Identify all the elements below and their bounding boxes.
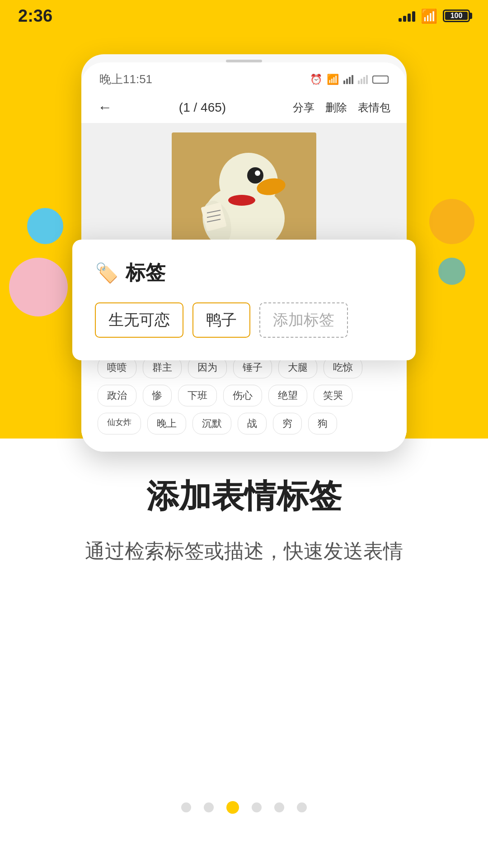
opt-tag-15[interactable]: 沉默 [192,413,231,434]
phone-status-icons: ⏰ 📶 [310,74,389,85]
dot-2[interactable] [204,802,214,812]
deco-circle-orange [429,199,474,244]
opt-tag-16[interactable]: 战 [238,413,267,434]
dot-6[interactable] [297,802,307,812]
phone-optional-row-3: 仙女炸 晚上 沉默 战 穷 狗 [98,413,390,434]
opt-tag-7[interactable]: 政治 [98,385,136,406]
page-info: (1 / 465) [179,100,226,115]
dot-1[interactable] [181,802,191,812]
phone-status-bar: 晚上11:51 ⏰ 📶 [81,62,407,92]
dot-4[interactable] [252,802,262,812]
status-time: 2:36 [18,6,52,26]
popup-tag-2[interactable]: 鸭子 [192,302,250,338]
opt-tag-11[interactable]: 绝望 [268,385,307,406]
opt-tag-8[interactable]: 惨 [143,385,172,406]
back-button[interactable]: ← [98,99,112,116]
popup-tag-1[interactable]: 生无可恋 [95,302,183,338]
deco-circle-pink [9,258,68,316]
tags-popup-header: 🏷️ 标签 [95,259,393,286]
deco-circle-blue [27,208,63,244]
opt-tag-14[interactable]: 晚上 [147,413,186,434]
dot-indicators [181,801,307,814]
popup-tag-icon: 🏷️ [95,262,118,284]
phone-actions: 分享 删除 表情包 [293,100,390,115]
dot-5[interactable] [274,802,284,812]
signal-icon [399,10,415,22]
phone-optional-row-2: 政治 惨 下班 伤心 绝望 笑哭 [98,385,390,406]
opt-tag-12[interactable]: 笑哭 [314,385,352,406]
svg-point-3 [247,167,263,184]
opt-tag-18[interactable]: 狗 [308,413,337,434]
svg-point-4 [255,170,260,176]
main-content: 添加表情标签 通过检索标签或描述，快速发送表情 [0,448,488,566]
svg-point-6 [228,195,255,206]
share-button[interactable]: 分享 [293,100,314,115]
dot-3-active[interactable] [226,801,239,814]
popup-tag-add[interactable]: 添加标签 [259,302,348,338]
main-subtitle: 通过检索标签或描述，快速发送表情 [85,536,403,566]
tags-popup-items: 生无可恋 鸭子 添加标签 [95,302,393,338]
phone-alarm-icon: ⏰ [310,74,322,85]
phone-wifi-icon: 📶 [327,74,339,85]
tags-popup-title: 标签 [126,259,165,286]
sticker-button[interactable]: 表情包 [358,100,390,115]
battery-icon: 100 [443,9,470,22]
status-icons: 📶 100 [399,8,470,24]
opt-tag-9[interactable]: 下班 [178,385,217,406]
deco-circle-green [438,258,465,285]
phone-time: 晚上11:51 [99,71,152,87]
opt-tag-10[interactable]: 伤心 [223,385,262,406]
main-title: 添加表情标签 [146,475,342,518]
phone-header: ← (1 / 465) 分享 删除 表情包 [81,92,407,123]
wifi-icon: 📶 [421,8,437,24]
opt-tag-17[interactable]: 穷 [273,413,302,434]
status-bar: 2:36 📶 100 [0,0,488,32]
opt-tag-13[interactable]: 仙女炸 [98,413,141,434]
tags-popup: 🏷️ 标签 生无可恋 鸭子 添加标签 [72,240,416,360]
delete-button[interactable]: 删除 [325,100,347,115]
